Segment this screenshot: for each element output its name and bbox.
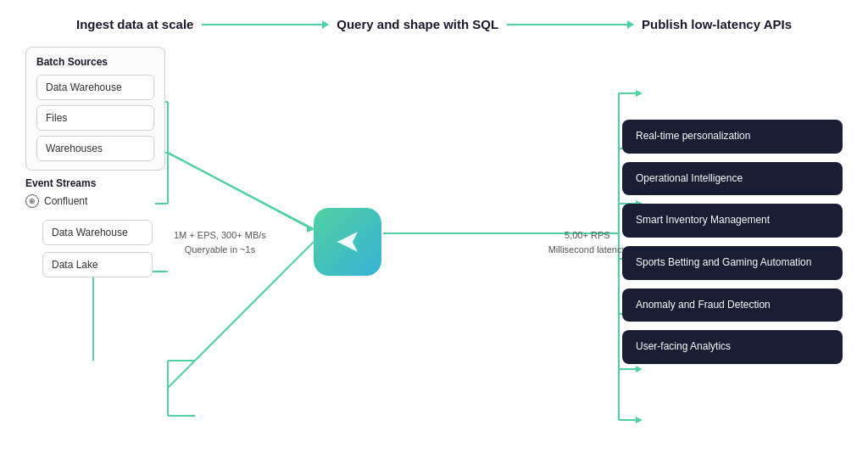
batch-source-item-2: Warehouses bbox=[36, 136, 154, 161]
output-item-4: Anomaly and Fraud Detection bbox=[622, 289, 843, 322]
confluent-icon: ⊕ bbox=[25, 194, 39, 208]
outputs-panel: Real-time personalization Operational In… bbox=[622, 47, 843, 437]
header-arrow-1 bbox=[202, 24, 328, 25]
left-stat-line1: 1M + EPS, 300+ MB/s bbox=[174, 228, 266, 243]
left-stats: 1M + EPS, 300+ MB/s Queryable in ~1s bbox=[174, 228, 266, 256]
bottom-sources: Data Warehouse Data Lake bbox=[25, 220, 165, 277]
diagram-container: Ingest data at scale Query and shape wit… bbox=[0, 0, 868, 465]
center-icon-wrapper bbox=[314, 208, 381, 276]
right-stat-line2: Millisecond latency bbox=[548, 242, 626, 256]
right-stats: 5,00+ RPS Millisecond latency bbox=[548, 228, 626, 256]
header-arrow-line-1 bbox=[202, 24, 328, 25]
right-stat-line1: 5,00+ RPS bbox=[548, 228, 626, 243]
left-stat-line2: Queryable in ~1s bbox=[174, 242, 266, 256]
header-step-3: Publish low-latency APIs bbox=[642, 17, 792, 31]
batch-sources-label: Batch Sources bbox=[36, 56, 154, 68]
output-item-1: Operational Intelligence bbox=[622, 162, 843, 196]
send-icon bbox=[331, 225, 364, 259]
header-step-1: Ingest data at scale bbox=[76, 17, 193, 31]
main-content: Batch Sources Data Warehouse Files Wareh… bbox=[25, 47, 843, 437]
confluent-label: Confluent bbox=[44, 195, 87, 207]
center-icon bbox=[314, 208, 381, 276]
header-row: Ingest data at scale Query and shape wit… bbox=[25, 17, 843, 31]
batch-source-item-1: Files bbox=[36, 105, 154, 131]
confluent-item: ⊕ Confluent bbox=[25, 194, 165, 208]
svg-line-4 bbox=[168, 153, 314, 229]
output-item-5: User-facing Analytics bbox=[622, 330, 843, 364]
batch-source-item-0: Data Warehouse bbox=[36, 75, 154, 100]
output-item-3: Sports Betting and Gaming Automation bbox=[622, 246, 843, 280]
bottom-source-item-1: Data Lake bbox=[42, 252, 153, 277]
event-streams-section: Event Streams ⊕ Confluent bbox=[25, 177, 165, 208]
svg-line-11 bbox=[168, 153, 312, 229]
output-item-0: Real-time personalization bbox=[622, 120, 843, 154]
sources-panel: Batch Sources Data Warehouse Files Wareh… bbox=[25, 47, 165, 277]
bottom-source-item-0: Data Warehouse bbox=[42, 220, 153, 245]
header-arrow-2 bbox=[507, 24, 633, 25]
header-arrow-line-2 bbox=[507, 24, 633, 25]
output-item-2: Smart Inventory Management bbox=[622, 204, 843, 238]
batch-sources-box: Batch Sources Data Warehouse Files Wareh… bbox=[25, 47, 165, 171]
event-streams-label: Event Streams bbox=[25, 177, 165, 189]
svg-line-10 bbox=[168, 242, 314, 388]
header-step-2: Query and shape with SQL bbox=[337, 17, 498, 31]
